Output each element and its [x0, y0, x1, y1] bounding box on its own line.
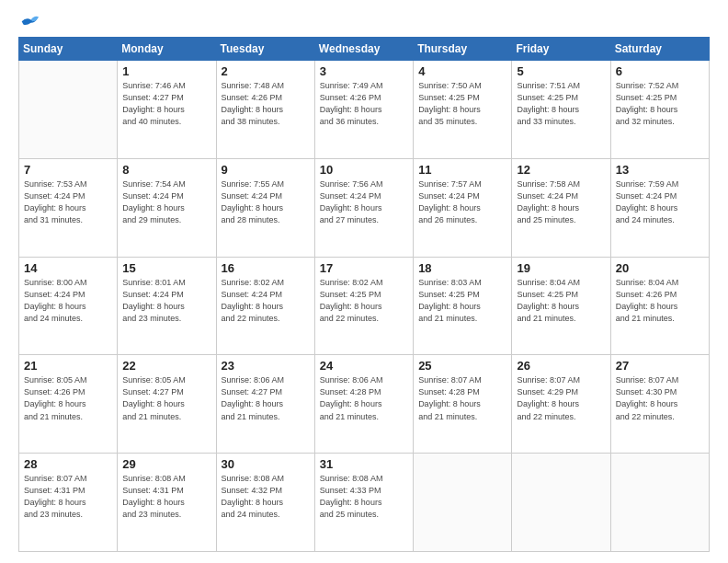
day-number: 3 [320, 64, 408, 78]
day-info: Sunrise: 8:06 AM Sunset: 4:27 PM Dayligh… [222, 374, 310, 422]
calendar-cell: 23Sunrise: 8:06 AM Sunset: 4:27 PM Dayli… [216, 355, 314, 454]
calendar-table: SundayMondayTuesdayWednesdayThursdayFrid… [18, 37, 710, 552]
day-number: 4 [418, 64, 506, 78]
day-number: 15 [122, 261, 210, 275]
day-info: Sunrise: 8:00 AM Sunset: 4:24 PM Dayligh… [24, 277, 112, 325]
day-number: 14 [24, 261, 112, 275]
calendar-cell: 2Sunrise: 7:48 AM Sunset: 4:26 PM Daylig… [216, 61, 314, 159]
day-info: Sunrise: 7:49 AM Sunset: 4:26 PM Dayligh… [320, 80, 408, 128]
calendar-cell: 27Sunrise: 8:07 AM Sunset: 4:30 PM Dayli… [610, 355, 709, 454]
day-number: 27 [616, 359, 704, 373]
calendar-cell: 18Sunrise: 8:03 AM Sunset: 4:25 PM Dayli… [414, 257, 512, 355]
calendar-cell: 1Sunrise: 7:46 AM Sunset: 4:27 PM Daylig… [118, 61, 216, 159]
day-number: 31 [320, 457, 408, 471]
weekday-header: Saturday [610, 38, 709, 61]
day-info: Sunrise: 8:05 AM Sunset: 4:26 PM Dayligh… [24, 374, 112, 422]
calendar-cell: 22Sunrise: 8:05 AM Sunset: 4:27 PM Dayli… [118, 355, 216, 454]
day-info: Sunrise: 7:57 AM Sunset: 4:24 PM Dayligh… [418, 178, 506, 226]
day-info: Sunrise: 8:02 AM Sunset: 4:24 PM Dayligh… [222, 277, 310, 325]
calendar-cell: 8Sunrise: 7:54 AM Sunset: 4:24 PM Daylig… [118, 158, 216, 257]
calendar-cell: 13Sunrise: 7:59 AM Sunset: 4:24 PM Dayli… [610, 158, 709, 257]
calendar-cell: 5Sunrise: 7:51 AM Sunset: 4:25 PM Daylig… [512, 61, 610, 159]
calendar-cell: 19Sunrise: 8:04 AM Sunset: 4:25 PM Dayli… [512, 257, 610, 355]
day-number: 21 [24, 359, 112, 373]
day-number: 29 [122, 457, 210, 471]
day-info: Sunrise: 7:55 AM Sunset: 4:24 PM Dayligh… [222, 178, 310, 226]
day-info: Sunrise: 8:03 AM Sunset: 4:25 PM Dayligh… [418, 277, 506, 325]
header [18, 15, 710, 28]
calendar-week-row: 21Sunrise: 8:05 AM Sunset: 4:26 PM Dayli… [19, 355, 710, 454]
calendar-cell [19, 61, 118, 159]
calendar-cell [610, 454, 709, 552]
day-number: 20 [616, 261, 704, 275]
calendar-cell: 7Sunrise: 7:53 AM Sunset: 4:24 PM Daylig… [19, 158, 118, 257]
calendar-week-row: 14Sunrise: 8:00 AM Sunset: 4:24 PM Dayli… [19, 257, 710, 355]
day-info: Sunrise: 8:08 AM Sunset: 4:32 PM Dayligh… [222, 473, 310, 521]
calendar-cell: 20Sunrise: 8:04 AM Sunset: 4:26 PM Dayli… [610, 257, 709, 355]
day-info: Sunrise: 7:51 AM Sunset: 4:25 PM Dayligh… [517, 80, 605, 128]
page: SundayMondayTuesdayWednesdayThursdayFrid… [0, 0, 728, 563]
day-number: 8 [122, 163, 210, 177]
logo-bird-icon [20, 15, 39, 29]
calendar-cell: 28Sunrise: 8:07 AM Sunset: 4:31 PM Dayli… [19, 454, 118, 552]
day-info: Sunrise: 7:48 AM Sunset: 4:26 PM Dayligh… [222, 80, 310, 128]
day-info: Sunrise: 7:53 AM Sunset: 4:24 PM Dayligh… [24, 178, 112, 226]
day-number: 11 [418, 163, 506, 177]
calendar-cell [414, 454, 512, 552]
day-info: Sunrise: 8:07 AM Sunset: 4:30 PM Dayligh… [616, 374, 704, 422]
day-number: 17 [320, 261, 408, 275]
calendar-cell: 9Sunrise: 7:55 AM Sunset: 4:24 PM Daylig… [216, 158, 314, 257]
day-info: Sunrise: 8:04 AM Sunset: 4:25 PM Dayligh… [517, 277, 605, 325]
calendar-cell: 21Sunrise: 8:05 AM Sunset: 4:26 PM Dayli… [19, 355, 118, 454]
calendar-cell: 10Sunrise: 7:56 AM Sunset: 4:24 PM Dayli… [314, 158, 413, 257]
calendar-cell: 31Sunrise: 8:08 AM Sunset: 4:33 PM Dayli… [314, 454, 413, 552]
calendar-cell: 26Sunrise: 8:07 AM Sunset: 4:29 PM Dayli… [512, 355, 610, 454]
day-info: Sunrise: 8:07 AM Sunset: 4:31 PM Dayligh… [24, 473, 112, 521]
day-number: 12 [517, 163, 605, 177]
day-number: 13 [616, 163, 704, 177]
weekday-header: Friday [512, 38, 610, 61]
day-info: Sunrise: 7:56 AM Sunset: 4:24 PM Dayligh… [320, 178, 408, 226]
weekday-header: Monday [118, 38, 216, 61]
day-info: Sunrise: 8:08 AM Sunset: 4:33 PM Dayligh… [320, 473, 408, 521]
day-info: Sunrise: 7:46 AM Sunset: 4:27 PM Dayligh… [122, 80, 210, 128]
day-number: 5 [517, 64, 605, 78]
day-number: 22 [122, 359, 210, 373]
calendar-week-row: 1Sunrise: 7:46 AM Sunset: 4:27 PM Daylig… [19, 61, 710, 159]
day-info: Sunrise: 7:54 AM Sunset: 4:24 PM Dayligh… [122, 178, 210, 226]
day-number: 24 [320, 359, 408, 373]
day-info: Sunrise: 8:07 AM Sunset: 4:29 PM Dayligh… [517, 374, 605, 422]
day-number: 28 [24, 457, 112, 471]
weekday-header: Sunday [19, 38, 118, 61]
day-info: Sunrise: 8:06 AM Sunset: 4:28 PM Dayligh… [320, 374, 408, 422]
day-info: Sunrise: 8:02 AM Sunset: 4:25 PM Dayligh… [320, 277, 408, 325]
day-number: 30 [222, 457, 310, 471]
day-info: Sunrise: 8:05 AM Sunset: 4:27 PM Dayligh… [122, 374, 210, 422]
day-info: Sunrise: 7:58 AM Sunset: 4:24 PM Dayligh… [517, 178, 605, 226]
day-info: Sunrise: 7:50 AM Sunset: 4:25 PM Dayligh… [418, 80, 506, 128]
calendar-cell: 4Sunrise: 7:50 AM Sunset: 4:25 PM Daylig… [414, 61, 512, 159]
day-number: 26 [517, 359, 605, 373]
calendar-cell: 3Sunrise: 7:49 AM Sunset: 4:26 PM Daylig… [314, 61, 413, 159]
calendar-cell: 25Sunrise: 8:07 AM Sunset: 4:28 PM Dayli… [414, 355, 512, 454]
weekday-header: Wednesday [314, 38, 413, 61]
weekday-header: Thursday [414, 38, 512, 61]
day-number: 18 [418, 261, 506, 275]
day-number: 9 [222, 163, 310, 177]
day-number: 19 [517, 261, 605, 275]
calendar-cell: 24Sunrise: 8:06 AM Sunset: 4:28 PM Dayli… [314, 355, 413, 454]
day-number: 7 [24, 163, 112, 177]
calendar-cell: 12Sunrise: 7:58 AM Sunset: 4:24 PM Dayli… [512, 158, 610, 257]
day-number: 16 [222, 261, 310, 275]
calendar-header-row: SundayMondayTuesdayWednesdayThursdayFrid… [19, 38, 710, 61]
day-number: 2 [222, 64, 310, 78]
day-info: Sunrise: 8:01 AM Sunset: 4:24 PM Dayligh… [122, 277, 210, 325]
day-info: Sunrise: 7:59 AM Sunset: 4:24 PM Dayligh… [616, 178, 704, 226]
calendar-week-row: 28Sunrise: 8:07 AM Sunset: 4:31 PM Dayli… [19, 454, 710, 552]
day-number: 23 [222, 359, 310, 373]
calendar-cell: 14Sunrise: 8:00 AM Sunset: 4:24 PM Dayli… [19, 257, 118, 355]
calendar-cell: 15Sunrise: 8:01 AM Sunset: 4:24 PM Dayli… [118, 257, 216, 355]
day-number: 25 [418, 359, 506, 373]
day-info: Sunrise: 8:08 AM Sunset: 4:31 PM Dayligh… [122, 473, 210, 521]
calendar-week-row: 7Sunrise: 7:53 AM Sunset: 4:24 PM Daylig… [19, 158, 710, 257]
